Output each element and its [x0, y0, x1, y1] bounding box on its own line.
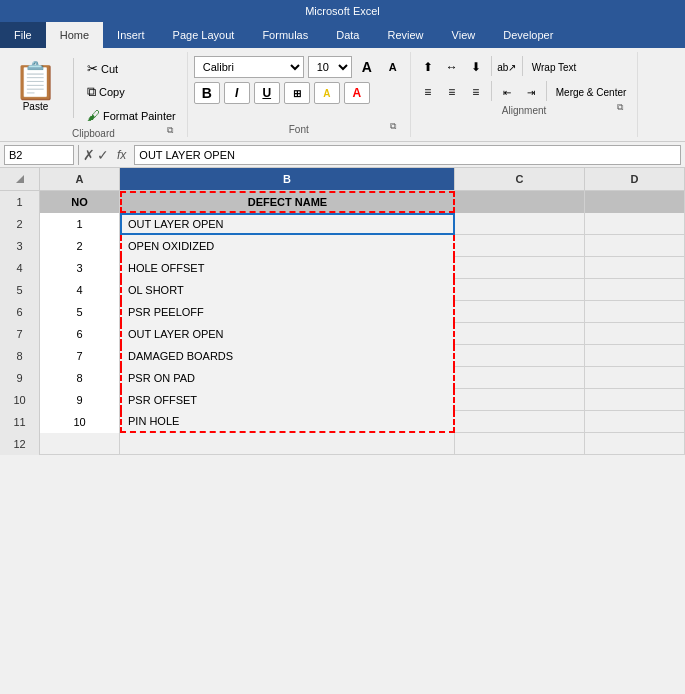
cell-b6[interactable]: PSR PEELOFF	[120, 301, 455, 323]
tab-page-layout[interactable]: Page Layout	[159, 22, 249, 48]
align-left-button[interactable]: ≡	[417, 81, 439, 103]
decrease-font-button[interactable]: A	[382, 56, 404, 78]
fill-color-button[interactable]: A	[314, 82, 340, 104]
cell-b11[interactable]: PIN HOLE	[120, 411, 455, 433]
cell-d3[interactable]	[585, 235, 685, 257]
row-header-12[interactable]: 12	[0, 433, 40, 455]
cell-a5[interactable]: 4	[40, 279, 120, 301]
cell-a1[interactable]: NO	[40, 191, 120, 213]
row-header-11[interactable]: 11	[0, 411, 40, 433]
col-header-c[interactable]: C	[455, 168, 585, 190]
formula-input[interactable]	[134, 145, 681, 165]
orientation-button[interactable]: ab↗	[496, 56, 518, 78]
row-header-3[interactable]: 3	[0, 235, 40, 257]
cell-b2[interactable]: OUT LAYER OPEN	[120, 213, 455, 235]
font-expand-icon[interactable]: ⧉	[390, 121, 402, 133]
clipboard-expand-icon[interactable]: ⧉	[167, 125, 179, 137]
bold-button[interactable]: B	[194, 82, 220, 104]
cell-b5[interactable]: OL SHORT	[120, 279, 455, 301]
merge-center-button[interactable]: Merge & Center	[551, 81, 632, 103]
cell-a3[interactable]: 2	[40, 235, 120, 257]
col-header-a[interactable]: A	[40, 168, 120, 190]
row-header-5[interactable]: 5	[0, 279, 40, 301]
border-button[interactable]: ⊞	[284, 82, 310, 104]
tab-insert[interactable]: Insert	[103, 22, 159, 48]
cell-c5[interactable]	[455, 279, 585, 301]
cell-a12[interactable]	[40, 433, 120, 455]
cell-d11[interactable]	[585, 411, 685, 433]
formula-cancel-button[interactable]: ✗	[83, 147, 95, 163]
cell-c12[interactable]	[455, 433, 585, 455]
cell-d6[interactable]	[585, 301, 685, 323]
col-header-b[interactable]: B	[120, 168, 455, 190]
wrap-text-button[interactable]: Wrap Text	[527, 56, 582, 78]
cell-d5[interactable]	[585, 279, 685, 301]
align-center-button[interactable]: ≡	[441, 81, 463, 103]
cell-c6[interactable]	[455, 301, 585, 323]
row-header-2[interactable]: 2	[0, 213, 40, 235]
tab-home[interactable]: Home	[46, 22, 103, 48]
cell-d12[interactable]	[585, 433, 685, 455]
formula-confirm-button[interactable]: ✓	[97, 147, 109, 163]
cell-d10[interactable]	[585, 389, 685, 411]
paste-button[interactable]: 📋 Paste	[6, 58, 65, 117]
cell-a2[interactable]: 1	[40, 213, 120, 235]
font-family-select[interactable]: Calibri	[194, 56, 304, 78]
cell-b9[interactable]: PSR ON PAD	[120, 367, 455, 389]
align-middle-button[interactable]: ↔	[441, 56, 463, 78]
tab-view[interactable]: View	[438, 22, 490, 48]
cell-a11[interactable]: 10	[40, 411, 120, 433]
row-header-9[interactable]: 9	[0, 367, 40, 389]
row-header-corner[interactable]	[0, 168, 40, 190]
cell-a10[interactable]: 9	[40, 389, 120, 411]
cell-d7[interactable]	[585, 323, 685, 345]
increase-font-button[interactable]: A	[356, 56, 378, 78]
tab-review[interactable]: Review	[373, 22, 437, 48]
cell-c11[interactable]	[455, 411, 585, 433]
cell-c4[interactable]	[455, 257, 585, 279]
col-header-d[interactable]: D	[585, 168, 685, 190]
cell-a9[interactable]: 8	[40, 367, 120, 389]
decrease-indent-button[interactable]: ⇤	[496, 81, 518, 103]
row-header-1[interactable]: 1	[0, 191, 40, 213]
cell-c7[interactable]	[455, 323, 585, 345]
align-right-button[interactable]: ≡	[465, 81, 487, 103]
cell-d8[interactable]	[585, 345, 685, 367]
tab-data[interactable]: Data	[322, 22, 373, 48]
cell-a4[interactable]: 3	[40, 257, 120, 279]
italic-button[interactable]: I	[224, 82, 250, 104]
cell-b4[interactable]: HOLE OFFSET	[120, 257, 455, 279]
alignment-expand-icon[interactable]: ⧉	[617, 102, 629, 114]
tab-file[interactable]: File	[0, 22, 46, 48]
cell-b7[interactable]: OUT LAYER OPEN	[120, 323, 455, 345]
cell-c1[interactable]	[455, 191, 585, 213]
row-header-10[interactable]: 10	[0, 389, 40, 411]
cell-b8[interactable]: DAMAGED BOARDS	[120, 345, 455, 367]
cell-reference-box[interactable]: B2	[4, 145, 74, 165]
tab-developer[interactable]: Developer	[489, 22, 567, 48]
cell-b1[interactable]: DEFECT NAME	[120, 191, 455, 213]
cell-d1[interactable]	[585, 191, 685, 213]
cell-a7[interactable]: 6	[40, 323, 120, 345]
cell-c3[interactable]	[455, 235, 585, 257]
cell-d9[interactable]	[585, 367, 685, 389]
row-header-8[interactable]: 8	[0, 345, 40, 367]
cell-d2[interactable]	[585, 213, 685, 235]
font-color-button[interactable]: A	[344, 82, 370, 104]
cell-a6[interactable]: 5	[40, 301, 120, 323]
underline-button[interactable]: U	[254, 82, 280, 104]
format-painter-button[interactable]: 🖌 Format Painter	[82, 105, 181, 126]
cell-c10[interactable]	[455, 389, 585, 411]
tab-formulas[interactable]: Formulas	[248, 22, 322, 48]
row-header-7[interactable]: 7	[0, 323, 40, 345]
font-size-select[interactable]: 10	[308, 56, 352, 78]
cell-c2[interactable]	[455, 213, 585, 235]
align-top-button[interactable]: ⬆	[417, 56, 439, 78]
cell-b12[interactable]	[120, 433, 455, 455]
cell-a8[interactable]: 7	[40, 345, 120, 367]
row-header-6[interactable]: 6	[0, 301, 40, 323]
row-header-4[interactable]: 4	[0, 257, 40, 279]
cell-c9[interactable]	[455, 367, 585, 389]
cell-b3[interactable]: OPEN OXIDIZED	[120, 235, 455, 257]
cell-d4[interactable]	[585, 257, 685, 279]
